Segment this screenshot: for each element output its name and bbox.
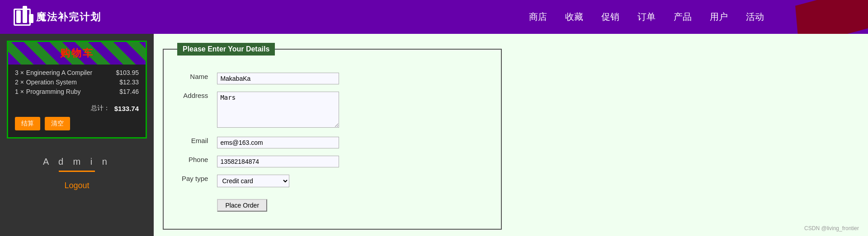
address-input[interactable] xyxy=(217,92,339,128)
paytype-label: Pay type xyxy=(177,171,212,191)
cart-item-name: Programming Ruby xyxy=(26,88,119,95)
cart-item: 2 ×Operation System$12.33 xyxy=(15,79,139,86)
logo-bar-1 xyxy=(16,10,21,23)
email-cell xyxy=(212,133,344,152)
logo-bar-2 xyxy=(23,6,27,23)
logo-bar-3 xyxy=(29,14,33,23)
nav-item-用户[interactable]: 用户 xyxy=(710,11,728,23)
phone-row: Phone xyxy=(177,152,344,171)
nav-item-收藏[interactable]: 收藏 xyxy=(565,11,583,23)
cart-item-qty: 3 × xyxy=(15,69,24,76)
form-table: Name Address Email xyxy=(177,69,344,215)
nav-item-产品[interactable]: 产品 xyxy=(674,11,692,23)
name-input[interactable] xyxy=(217,73,339,84)
cart-total-label: 总计： xyxy=(91,104,110,112)
logo-text: 魔法补完计划 xyxy=(36,10,101,24)
cart-buttons: 结算 清空 xyxy=(8,117,146,137)
cart-item-name: Operation System xyxy=(26,79,119,86)
submit-row: Place Order xyxy=(177,191,344,215)
cart-item-price: $17.46 xyxy=(119,88,139,95)
phone-cell xyxy=(212,152,344,171)
sidebar: 购物车 3 ×Engineering A Compiler$103.952 ×O… xyxy=(0,34,154,236)
name-cell xyxy=(212,69,344,88)
cart-item-price: $12.33 xyxy=(119,79,139,86)
details-fieldset: Please Enter Your Details Name Address E… xyxy=(163,43,502,230)
cart-item-qty: 2 × xyxy=(15,79,24,86)
paytype-cell: Credit cardCheckPurchase order xyxy=(212,171,344,191)
place-order-button[interactable]: Place Order xyxy=(217,199,267,212)
nav-item-订单[interactable]: 订单 xyxy=(637,11,656,23)
nav-item-促销[interactable]: 促销 xyxy=(601,11,619,23)
main-nav: 商店收藏促销订单产品用户活动 xyxy=(529,11,764,23)
email-input[interactable] xyxy=(217,137,339,148)
nav-item-活动[interactable]: 活动 xyxy=(746,11,764,23)
checkout-button[interactable]: 结算 xyxy=(15,117,40,130)
cart-item-price: $103.95 xyxy=(116,69,139,76)
admin-label: A d m i n xyxy=(7,157,147,167)
details-legend: Please Enter Your Details xyxy=(177,43,275,56)
header: 魔法补完计划 商店收藏促销订单产品用户活动 xyxy=(0,0,868,34)
logo-icon xyxy=(14,9,31,26)
cart-item: 1 ×Programming Ruby$17.46 xyxy=(15,88,139,95)
content-area: Please Enter Your Details Name Address E… xyxy=(154,34,868,236)
paytype-select[interactable]: Credit cardCheckPurchase order xyxy=(217,175,289,187)
cart-item-qty: 1 × xyxy=(15,88,24,95)
admin-section: A d m i n Logout xyxy=(7,148,147,199)
cart-title: 购物车 xyxy=(8,42,146,65)
cart-total: 总计： $133.74 xyxy=(8,102,146,117)
clear-button[interactable]: 清空 xyxy=(45,117,70,130)
address-row: Address xyxy=(177,88,344,133)
paytype-row: Pay type Credit cardCheckPurchase order xyxy=(177,171,344,191)
email-label: Email xyxy=(177,133,212,152)
cart-box: 购物车 3 ×Engineering A Compiler$103.952 ×O… xyxy=(7,41,147,139)
cart-items-list: 3 ×Engineering A Compiler$103.952 ×Opera… xyxy=(8,65,146,102)
cart-item-name: Engineering A Compiler xyxy=(26,69,116,76)
submit-spacer xyxy=(177,191,212,215)
logout-link[interactable]: Logout xyxy=(7,181,147,190)
cart-item: 3 ×Engineering A Compiler$103.95 xyxy=(15,69,139,76)
header-decoration xyxy=(778,0,868,34)
phone-label: Phone xyxy=(177,152,212,171)
nav-item-商店[interactable]: 商店 xyxy=(529,11,547,23)
admin-underline xyxy=(59,171,95,172)
footer-watermark: CSDN @living_frontier xyxy=(804,225,859,231)
name-row: Name xyxy=(177,69,344,88)
cart-total-value: $133.74 xyxy=(114,105,139,112)
address-cell xyxy=(212,88,344,133)
address-label: Address xyxy=(177,88,212,133)
submit-cell: Place Order xyxy=(212,191,344,215)
main-layout: 购物车 3 ×Engineering A Compiler$103.952 ×O… xyxy=(0,34,868,236)
phone-input[interactable] xyxy=(217,156,339,167)
logo-bars xyxy=(16,6,33,23)
name-label: Name xyxy=(177,69,212,88)
logo: 魔法补完计划 xyxy=(14,9,101,26)
email-row: Email xyxy=(177,133,344,152)
